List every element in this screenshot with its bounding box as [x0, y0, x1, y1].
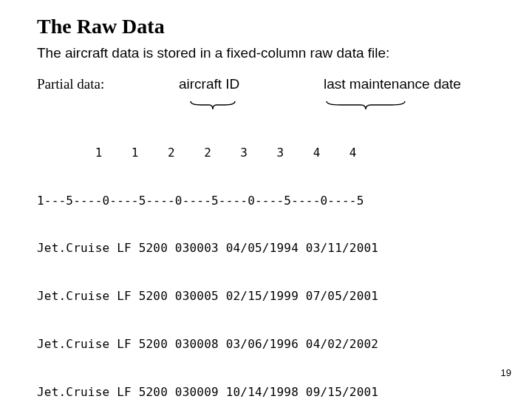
- label-aircraft-id: aircraft ID: [179, 76, 239, 92]
- page-title: The Raw Data: [37, 15, 502, 38]
- data-row: Jet.Cruise LF 5200 030009 10/14/1998 09/…: [37, 384, 502, 399]
- data-row: Jet.Cruise LF 5200 030005 02/15/1999 07/…: [37, 288, 502, 304]
- page-number: 19: [501, 367, 511, 378]
- data-block: 1 1 2 2 3 3 4 4 1---5----0----5----0----…: [37, 113, 502, 399]
- label-last-maint: last maintenance date: [324, 76, 461, 92]
- page-subtitle: The aircraft data is stored in a fixed-c…: [37, 44, 502, 63]
- data-row: Jet.Cruise LF 5200 030008 03/06/1996 04/…: [37, 336, 502, 352]
- brace-down-icon: [189, 100, 236, 112]
- ruler-tens: 1 1 2 2 3 3 4 4: [37, 145, 502, 161]
- partial-data-label: Partial data:: [37, 76, 104, 92]
- ruler-units: 1---5----0----5----0----5----0----5----0…: [37, 193, 502, 209]
- brace-down-icon: [325, 100, 406, 112]
- data-row: Jet.Cruise LF 5200 030003 04/05/1994 03/…: [37, 240, 502, 256]
